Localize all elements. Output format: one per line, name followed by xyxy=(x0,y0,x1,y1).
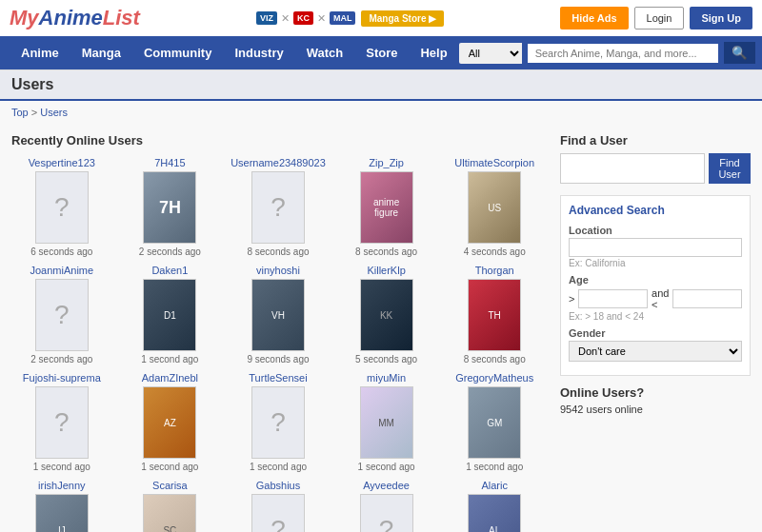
signup-button[interactable]: Sign Up xyxy=(690,7,752,30)
online-users-title: Online Users? xyxy=(560,385,751,400)
age-hint: Ex: > 18 and < 24 xyxy=(569,311,742,322)
kc-badge: KC xyxy=(293,11,313,25)
breadcrumb: Top > Users xyxy=(0,101,762,124)
user-time: 2 seconds ago xyxy=(11,354,112,365)
user-cell: miyuMin MM 1 second ago xyxy=(336,372,437,472)
user-cell: Fujoshi-suprema ? 1 second ago xyxy=(11,372,112,472)
find-user-input[interactable] xyxy=(560,153,705,184)
user-time: 1 second ago xyxy=(120,462,221,472)
user-cell: Zip_Zip anime figure 8 seconds ago xyxy=(336,157,437,257)
viz-badge: VIZ xyxy=(256,11,277,25)
user-time: 1 second ago xyxy=(444,462,545,472)
user-link[interactable]: GregoryMatheus xyxy=(444,372,545,384)
user-link[interactable]: 7H415 xyxy=(120,157,221,168)
user-link[interactable]: Scarisa xyxy=(120,480,221,491)
user-link[interactable]: miyuMin xyxy=(336,372,437,384)
user-time: 6 seconds ago xyxy=(11,246,112,257)
age-max-input[interactable] xyxy=(672,289,742,308)
login-button[interactable]: Login xyxy=(634,7,685,30)
find-user-title: Find a User xyxy=(560,133,751,148)
user-cell: JoanmiAnime ? 2 seconds ago xyxy=(11,265,112,365)
location-label: Location xyxy=(569,225,742,236)
user-cell: Gabshius ? 1 second ago xyxy=(228,480,329,532)
user-cell: Daken1 D1 1 second ago xyxy=(120,265,221,365)
manga-store-button[interactable]: Manga Store ▶ xyxy=(361,10,444,27)
user-cell: GregoryMatheus GM 1 second ago xyxy=(444,372,545,472)
user-cell: AdamZInebl AZ 1 second ago xyxy=(120,372,221,472)
user-link[interactable]: Ayveedee xyxy=(336,480,437,491)
user-link[interactable]: Daken1 xyxy=(120,265,221,276)
user-cell: Scarisa SC 1 second ago xyxy=(120,480,221,532)
location-hint: Ex: California xyxy=(569,258,742,268)
user-cell: Alaric AL 1 second ago xyxy=(444,480,545,532)
user-link[interactable]: Fujoshi-suprema xyxy=(11,372,112,384)
online-count: 9542 users online xyxy=(560,404,751,415)
user-link[interactable]: KillerKlp xyxy=(336,265,437,276)
user-cell: UltimateScorpion US 4 seconds ago xyxy=(444,157,545,257)
nav-manga[interactable]: Manga xyxy=(70,36,132,69)
breadcrumb-current[interactable]: Users xyxy=(40,107,68,118)
user-link[interactable]: Gabshius xyxy=(228,480,329,491)
user-time: 1 second ago xyxy=(120,354,221,365)
user-cell: Username23489023 ? 8 seconds ago xyxy=(228,157,329,257)
nav-store[interactable]: Store xyxy=(354,36,409,69)
user-time: 4 seconds ago xyxy=(444,246,545,257)
logo-list: List xyxy=(103,6,140,30)
user-link[interactable]: Alaric xyxy=(444,480,545,491)
user-link[interactable]: Vespertine123 xyxy=(11,157,112,168)
mal-badge: MAL xyxy=(330,11,356,25)
nav-help[interactable]: Help xyxy=(409,36,458,69)
user-cell: KillerKlp KK 5 seconds ago xyxy=(336,265,437,365)
location-input[interactable] xyxy=(569,238,742,257)
user-cell: Ayveedee ? 1 second ago xyxy=(336,480,437,532)
user-grid: Vespertine123 ? 6 seconds ago 7H415 7H 2… xyxy=(11,157,545,532)
user-time: 1 second ago xyxy=(336,462,437,472)
breadcrumb-home[interactable]: Top xyxy=(11,107,29,118)
user-link[interactable]: Username23489023 xyxy=(228,157,329,168)
user-time: 1 second ago xyxy=(228,462,329,472)
user-time: 5 seconds ago xyxy=(336,354,437,365)
user-link[interactable]: Zip_Zip xyxy=(336,157,437,168)
hide-ads-button[interactable]: Hide Ads xyxy=(560,7,628,30)
user-time: 8 seconds ago xyxy=(228,246,329,257)
user-cell: Vespertine123 ? 6 seconds ago xyxy=(11,157,112,257)
nav-industry[interactable]: Industry xyxy=(223,36,294,69)
user-link[interactable]: irishJenny xyxy=(11,480,112,491)
user-cell: irishJenny IJ 1 second ago xyxy=(11,480,112,532)
search-type-select[interactable]: All Anime Manga xyxy=(459,43,522,64)
gender-select[interactable]: Don't care Male Female xyxy=(569,341,742,362)
user-cell: Thorgan TH 8 seconds ago xyxy=(444,265,545,365)
site-logo[interactable]: MyAnimeList xyxy=(10,6,140,30)
find-user-button[interactable]: Find User xyxy=(709,153,751,184)
nav-anime[interactable]: Anime xyxy=(10,36,70,69)
user-link[interactable]: vinyhoshi xyxy=(228,265,329,276)
search-input[interactable] xyxy=(528,44,718,63)
nav-community[interactable]: Community xyxy=(132,36,224,69)
recently-online-title: Recently Online Users xyxy=(11,133,545,148)
user-cell: vinyhoshi VH 9 seconds ago xyxy=(228,265,329,365)
user-time: 2 seconds ago xyxy=(120,246,221,257)
user-cell: TurtleSensei ? 1 second ago xyxy=(228,372,329,472)
user-time: 9 seconds ago xyxy=(228,354,329,365)
page-title: Users xyxy=(11,76,751,93)
user-link[interactable]: TurtleSensei xyxy=(228,372,329,384)
user-link[interactable]: UltimateScorpion xyxy=(444,157,545,168)
logo-my: My xyxy=(10,6,39,30)
gender-label: Gender xyxy=(569,327,742,339)
user-cell: 7H415 7H 2 seconds ago xyxy=(120,157,221,257)
user-time: 8 seconds ago xyxy=(336,246,437,257)
logo-anime: Anime xyxy=(39,6,103,30)
user-link[interactable]: Thorgan xyxy=(444,265,545,276)
search-button[interactable]: 🔍 xyxy=(724,42,755,64)
user-link[interactable]: AdamZInebl xyxy=(120,372,221,384)
user-time: 1 second ago xyxy=(11,462,112,472)
user-link[interactable]: JoanmiAnime xyxy=(11,265,112,276)
user-time: 8 seconds ago xyxy=(444,354,545,365)
nav-watch[interactable]: Watch xyxy=(295,36,355,69)
top-center-logos: VIZ ✕ KC ✕ MAL Manga Store ▶ xyxy=(256,10,444,27)
advanced-search-title: Advanced Search xyxy=(569,204,742,217)
age-min-input[interactable] xyxy=(578,289,648,308)
age-label: Age xyxy=(569,274,742,286)
